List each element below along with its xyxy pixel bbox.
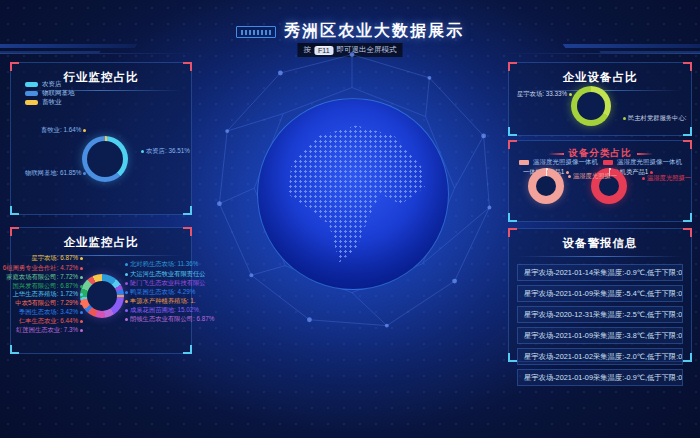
chart-callout: 仁丰生态农业: 6.44% [19, 317, 85, 324]
legend-swatch [25, 91, 38, 96]
chart-callout: 星宇农场: 33.33% [517, 90, 574, 97]
chart-callout: 季园生态农场: 3.42% [19, 308, 85, 315]
chart-callout: 红莲园生态农业: 7.3% [16, 326, 85, 333]
legend-item[interactable]: 农资店 [25, 80, 62, 89]
chart-callout: 国兴发有限公司: 6.87% [13, 282, 85, 289]
chart-callout: 上华生态养殖场: 1.72% [13, 290, 85, 297]
device-class-left-donut-chart[interactable] [528, 168, 564, 204]
legend-label: 物联网基地 [42, 89, 75, 98]
header-deco-right [563, 44, 700, 48]
alarm-row: 星宇农场-2021-01-09采集温度:-5.4℃,低于下限:0℃ [517, 285, 683, 302]
industry-donut-chart[interactable] [82, 136, 128, 182]
chart-callout: 温湿度光照摄一 [640, 174, 691, 181]
globe-visualization [257, 98, 449, 290]
callout-dot [141, 150, 144, 153]
enterprise-device-donut-chart[interactable] [571, 86, 611, 126]
chart-callout: 畜牧业: 1.64% [41, 126, 88, 133]
alarm-row: 星宇农场-2021-01-02采集温度:-2.0℃,低于下限:0℃ [517, 348, 683, 365]
chart-callout: 朗顿生态农业有限公司: 6.87% [123, 315, 214, 322]
chart-callout: 温湿度光照摄一 [566, 172, 617, 179]
legend-label: 温湿度光照摄像一体机 [617, 158, 682, 167]
enterprise-monitor-donut-chart[interactable] [80, 274, 124, 318]
legend-item[interactable]: 温湿度光照摄像一体机 [519, 158, 598, 167]
hint-suffix: 即可退出全屏模式 [337, 45, 397, 55]
chart-callout: 丰源水产种植养殖场: 1. [123, 297, 195, 304]
panel-alarm-title: 设备警报信息 [509, 229, 691, 251]
alarm-row: 星宇农场-2021-01-09采集温度:-3.8℃,低于下限:0℃ [517, 327, 683, 344]
brand-logo [236, 26, 276, 38]
callout-dot [83, 129, 86, 132]
chart-callout: 农资店: 36.51% [139, 147, 190, 154]
globe-dotted-map [268, 109, 439, 280]
legend-item[interactable]: 畜牧业 [25, 98, 62, 107]
chart-callout: 民主村党群服务中心: [621, 114, 686, 121]
callout-dot [83, 172, 86, 175]
alarm-row: 星宇农场-2020-12-31采集温度:-2.5℃,低于下限:0℃ [517, 306, 683, 323]
chart-callout: 星宇农场: 6.87% [31, 254, 85, 261]
alarm-list: 星宇农场-2021-01-14采集温度:-0.9℃,低于下限:0℃ 星宇农场-2… [509, 264, 691, 386]
page-title: 秀洲区农业大数据展示 [284, 21, 464, 42]
legend-label: 畜牧业 [42, 98, 62, 107]
chart-callout: 物联网基地: 61.85% [25, 169, 88, 176]
panel-enterprise-monitor-title: 企业监控占比 [11, 228, 191, 250]
f11-key: F11 [314, 46, 334, 55]
header: 秀洲区农业大数据展示 按 F11 即可退出全屏模式 [0, 0, 700, 58]
legend-swatch [25, 100, 38, 105]
alarm-row: 星宇农场-2021-01-09采集温度:-0.9℃,低于下限:0℃ [517, 369, 683, 386]
chart-callout: 大运河生态牧业有限责任公 [123, 270, 206, 277]
hint-prefix: 按 [303, 45, 311, 55]
panel-alarm-info: 设备警报信息 星宇农场-2021-01-14采集温度:-0.9℃,低于下限:0℃… [508, 228, 692, 362]
legend-swatch [25, 82, 38, 87]
chart-callout: 家庭农场有限公司: 7.72% [6, 273, 85, 280]
panel-enterprise-monitor: 企业监控占比 星宇农场: 6.87% 6组周勇专业合作社: 4.72% 家庭农场… [10, 227, 192, 354]
chart-callout: 中农5有限公司: 7.29% [15, 299, 85, 306]
chart-callout: 6组周勇专业合作社: 4.72% [3, 264, 85, 271]
panel-industry-monitor: 行业监控占比 农资店 物联网基地 畜牧业 畜牧业: 1.64% 农资店: 36.… [10, 62, 192, 215]
header-deco-left [0, 44, 137, 48]
legend-item[interactable]: 物联网基地 [25, 89, 75, 98]
chart-callout: 成泉花园苗圃地: 15.02% [123, 306, 199, 313]
chart-callout: 北对鸦生态农场: 11.36% [123, 260, 198, 267]
legend-label: 温湿度光照摄像一体机 [533, 158, 598, 167]
chart-callout: 陡门飞生态农业科技有限公 [123, 279, 206, 286]
panel-enterprise-device: 企业设备占比 星宇农场: 33.33% 民主村党群服务中心: [508, 62, 692, 136]
chart-callout: 鸭菜园生态农场: 4.29% [123, 288, 195, 295]
legend-item[interactable]: 温湿度光照摄像一体机 [603, 158, 682, 167]
legend-label: 农资店 [42, 80, 62, 89]
alarm-row: 星宇农场-2021-01-14采集温度:-0.9℃,低于下限:0℃ [517, 264, 683, 281]
fullscreen-hint: 按 F11 即可退出全屏模式 [297, 43, 402, 57]
panel-device-class: 设备分类占比 温湿度光照摄像一体机 温湿度光照摄像一体机 一体机类产品1 一体机… [508, 140, 692, 222]
dashboard: 秀洲区农业大数据展示 按 F11 即可退出全屏模式 行业监控占比 [0, 0, 700, 438]
panel-enterprise-device-title: 企业设备占比 [509, 63, 691, 85]
legend-swatch [603, 160, 613, 165]
legend-swatch [519, 160, 529, 165]
